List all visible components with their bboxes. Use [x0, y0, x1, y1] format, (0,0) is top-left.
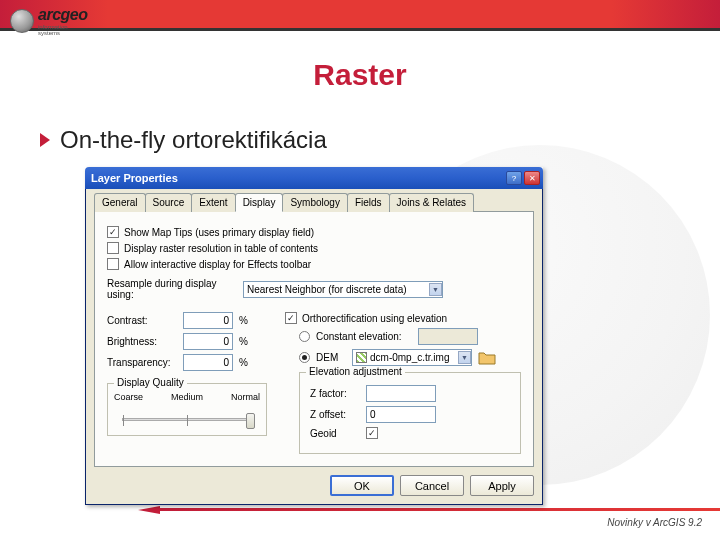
help-button[interactable]: ? — [506, 171, 522, 185]
quality-medium-label: Medium — [171, 392, 203, 402]
slide-title: Raster — [0, 58, 720, 92]
bullet-arrow-icon — [40, 133, 50, 147]
quality-normal-label: Normal — [231, 392, 260, 402]
dialog-title: Layer Properties — [91, 172, 178, 184]
footer-accent-bar — [160, 508, 720, 511]
tab-display[interactable]: Display — [235, 193, 284, 212]
tab-joins-relates[interactable]: Joins & Relates — [389, 193, 474, 212]
contrast-label: Contrast: — [107, 315, 177, 326]
tab-fields[interactable]: Fields — [347, 193, 390, 212]
bullet-text: On-the-fly ortorektifikácia — [60, 126, 327, 154]
elevation-adjustment-title: Elevation adjustment — [306, 366, 405, 377]
quality-slider[interactable] — [122, 418, 252, 421]
resample-value: Nearest Neighbor (for discrete data) — [247, 284, 407, 295]
display-resolution-checkbox[interactable] — [107, 242, 119, 254]
brand-sub2: systems — [38, 30, 87, 36]
allow-interactive-label: Allow interactive display for Effects to… — [124, 259, 311, 270]
transparency-unit: % — [239, 357, 248, 368]
zfactor-input[interactable] — [366, 385, 436, 402]
brightness-input[interactable]: 0 — [183, 333, 233, 350]
contrast-input[interactable]: 0 — [183, 312, 233, 329]
dem-label: DEM — [316, 352, 346, 363]
chevron-down-icon: ▼ — [458, 351, 471, 364]
slide-content: On-the-fly ortorektifikácia — [40, 126, 720, 154]
resample-combo[interactable]: Nearest Neighbor (for discrete data) ▼ — [243, 281, 443, 298]
constant-elevation-label: Constant elevation: — [316, 331, 412, 342]
brightness-unit: % — [239, 336, 248, 347]
tab-extent[interactable]: Extent — [191, 193, 235, 212]
ortho-label: Orthorectification using elevation — [302, 313, 447, 324]
zfactor-label: Z factor: — [310, 388, 360, 399]
brightness-label: Brightness: — [107, 336, 177, 347]
geoid-label: Geoid — [310, 428, 360, 439]
display-quality-title: Display Quality — [114, 377, 187, 388]
ok-button[interactable]: OK — [330, 475, 394, 496]
globe-icon — [10, 9, 34, 33]
ortho-checkbox[interactable]: ✓ — [285, 312, 297, 324]
cancel-button[interactable]: Cancel — [400, 475, 464, 496]
slide-topbar — [0, 0, 720, 28]
tab-source[interactable]: Source — [145, 193, 193, 212]
resample-label: Resample during display using: — [107, 278, 237, 300]
show-map-tips-checkbox[interactable]: ✓ — [107, 226, 119, 238]
slide-footer: Novinky v ArcGIS 9.2 — [0, 508, 720, 530]
quality-slider-thumb[interactable] — [246, 413, 255, 429]
raster-icon — [356, 352, 367, 363]
layer-properties-dialog: Layer Properties ? ✕ General Source Exte… — [85, 167, 543, 505]
apply-button[interactable]: Apply — [470, 475, 534, 496]
dem-radio[interactable] — [299, 352, 310, 363]
tab-symbology[interactable]: Symbology — [282, 193, 347, 212]
brand-name: arcgeo — [38, 6, 87, 24]
quality-coarse-label: Coarse — [114, 392, 143, 402]
constant-elevation-radio[interactable] — [299, 331, 310, 342]
tab-strip: General Source Extent Display Symbology … — [94, 193, 534, 212]
transparency-label: Transparency: — [107, 357, 177, 368]
dialog-titlebar[interactable]: Layer Properties ? ✕ — [85, 167, 543, 189]
elevation-adjustment-group: Elevation adjustment Z factor: Z offset:… — [299, 372, 521, 454]
zoffset-label: Z offset: — [310, 409, 360, 420]
allow-interactive-checkbox[interactable] — [107, 258, 119, 270]
contrast-unit: % — [239, 315, 248, 326]
dem-combo[interactable]: dcm-0mp_c.tr.img ▼ — [352, 349, 472, 366]
display-resolution-label: Display raster resolution in table of co… — [124, 243, 318, 254]
zoffset-input[interactable]: 0 — [366, 406, 436, 423]
footer-text: Novinky v ArcGIS 9.2 — [607, 511, 720, 528]
show-map-tips-label: Show Map Tips (uses primary display fiel… — [124, 227, 314, 238]
display-quality-group: Display Quality Coarse Medium Normal — [107, 383, 267, 436]
tab-general[interactable]: General — [94, 193, 146, 212]
dem-value: dcm-0mp_c.tr.img — [370, 352, 449, 363]
logo: arcgeo information systems — [10, 6, 87, 36]
geoid-checkbox[interactable]: ✓ — [366, 427, 378, 439]
close-button[interactable]: ✕ — [524, 171, 540, 185]
chevron-down-icon: ▼ — [429, 283, 442, 296]
display-panel: ✓ Show Map Tips (uses primary display fi… — [94, 211, 534, 467]
transparency-input[interactable]: 0 — [183, 354, 233, 371]
browse-folder-button[interactable] — [478, 350, 496, 366]
constant-elevation-input[interactable] — [418, 328, 478, 345]
